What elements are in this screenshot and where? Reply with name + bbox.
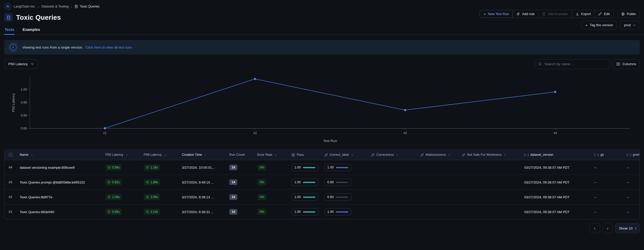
col-maliciousness[interactable]: Maliciousness↑↓ xyxy=(420,153,462,157)
tab-tests[interactable]: Tests xyxy=(4,26,15,35)
latency-chart-container: 0.850.900.951.00#1#2#3#4P50 LatencyTest … xyxy=(4,69,640,147)
plus-icon: + xyxy=(483,12,486,16)
run-name-link[interactable]: Toxic Queries:683e040 xyxy=(20,210,105,214)
col-correctness[interactable]: Correctness↑↓ xyxy=(371,153,420,157)
col-not-safe-for-workiness[interactable]: Not Safe For Workiness↑↓ xyxy=(462,153,524,157)
dataset-version-value: 03/27/2024, 09:38:07 AM PDT xyxy=(524,210,594,214)
latency-line-chart: 0.850.900.951.00#1#2#3#4P50 LatencyTest … xyxy=(4,69,640,147)
add-rule-button[interactable]: Add rule xyxy=(513,10,538,18)
link-icon xyxy=(420,153,424,157)
col-prompt[interactable]: {⋯}prompt xyxy=(627,153,640,157)
clock-icon xyxy=(146,210,149,213)
error-rate-badge: 0% xyxy=(257,209,266,215)
sort-desc-icon[interactable]: ↓ xyxy=(204,153,206,157)
clock-icon xyxy=(146,181,149,184)
chevron-right-icon: › xyxy=(71,5,72,9)
y-tick-label: 0.90 xyxy=(21,114,27,117)
public-button[interactable]: Public xyxy=(617,10,640,18)
dataset-icon xyxy=(4,13,13,22)
x-tick-label: #4 xyxy=(553,131,557,135)
sort-icon[interactable]: ↑↓ xyxy=(351,153,353,156)
col-p99-latency[interactable]: P99 Latency↑↓ xyxy=(144,153,182,157)
sort-icon[interactable]: ↑↓ xyxy=(275,153,276,156)
sort-icon[interactable]: ↑↓ xyxy=(164,153,166,156)
page-size-select[interactable]: Show 10 ▴▾ xyxy=(615,223,640,233)
search-input[interactable] xyxy=(544,62,607,66)
bolt-icon xyxy=(516,12,520,16)
breadcrumb-section[interactable]: Datasets & Testing xyxy=(41,5,68,8)
chart-point[interactable] xyxy=(554,91,556,93)
col-p50-latency[interactable]: P50 Latency↑↓ xyxy=(105,153,144,157)
run-number: #2 xyxy=(4,195,20,199)
col-git[interactable]: {⋯}git xyxy=(594,153,627,157)
select-all-checkbox[interactable] xyxy=(9,153,13,157)
correct-label-score: 0.93 xyxy=(324,193,351,201)
pass-score: 1.00 xyxy=(292,193,318,201)
new-test-run-button[interactable]: + New Test Run xyxy=(480,10,513,18)
git-value: -- xyxy=(594,210,627,214)
dataset-version-value: 03/27/2024, 09:38:07 AM PDT xyxy=(524,195,594,199)
col-creation-time[interactable]: Creation Time↓ xyxy=(182,153,229,157)
org-avatar[interactable] xyxy=(4,3,11,10)
pagination: ‹ › Show 10 ▴▾ xyxy=(4,223,640,233)
banner-link[interactable]: Click here to view all test runs xyxy=(86,45,132,49)
breadcrumb-org[interactable]: LangChain Inc. xyxy=(14,5,36,8)
sort-icon[interactable]: ↑↓ xyxy=(126,153,127,156)
metric-selector[interactable]: P50 Latency xyxy=(4,59,38,69)
columns-button[interactable]: Columns xyxy=(613,59,640,69)
link-icon xyxy=(371,153,375,157)
sort-icon[interactable]: ↑↓ xyxy=(396,153,398,156)
col-error-rate[interactable]: Error Rate↑↓ xyxy=(257,153,292,157)
run-name-link[interactable]: Toxic Queries prompt @8d80588e:b495152 xyxy=(20,180,105,184)
dataset-icon xyxy=(74,5,78,8)
add-example-button[interactable]: Add Example xyxy=(538,10,572,18)
col-pass[interactable]: Pass xyxy=(292,153,324,157)
p50-latency-badge: 0.99s xyxy=(105,164,122,171)
p50-latency-badge: 0.85s xyxy=(105,209,122,215)
dataset-version-value: 03/27/2024, 09:38:07 AM PDT xyxy=(524,180,594,184)
col-dataset-version[interactable]: {⋯}dataset_version xyxy=(524,153,594,157)
chart-point[interactable] xyxy=(404,109,406,111)
tag-version-button[interactable]: + Tag this version xyxy=(581,21,617,29)
git-value: -- xyxy=(594,166,627,170)
sort-icon[interactable]: ↑↓ xyxy=(448,153,450,156)
chart-point[interactable] xyxy=(104,127,106,129)
table-row[interactable]: #1 Toxic Queries:683e040 0.85s 2.14s 3/2… xyxy=(4,205,640,219)
next-page-button[interactable]: › xyxy=(602,223,613,233)
export-button[interactable]: Export xyxy=(572,10,595,18)
version-info-banner: i Viewing test runs from a single versio… xyxy=(4,40,640,55)
pass-score: 1.00 xyxy=(292,179,318,186)
sort-icon[interactable]: ↑↓ xyxy=(504,153,505,156)
tab-examples[interactable]: Examples xyxy=(22,26,41,35)
chart-controls: P50 Latency Columns xyxy=(4,59,640,69)
correct-label-score: 1.00 xyxy=(324,164,351,171)
x-tick-label: #3 xyxy=(403,131,407,135)
prev-page-button[interactable]: ‹ xyxy=(589,223,600,233)
table-row[interactable]: #3 Toxic Queries prompt @8d80588e:b49515… xyxy=(4,175,640,190)
clock-icon xyxy=(146,195,149,199)
breadcrumb-current: Toxic Queries xyxy=(74,5,100,8)
col-name[interactable]: Name↑↓ xyxy=(20,153,105,157)
run-name-link[interactable]: Toxic Queries:fb8f77e xyxy=(20,195,105,199)
run-number: #4 xyxy=(4,166,20,169)
edit-button[interactable]: Edit xyxy=(594,10,613,18)
run-count-badge: 14 xyxy=(229,209,237,215)
table-row[interactable]: #4 dataset versioning example:856cee9 0.… xyxy=(4,160,640,175)
run-name-link[interactable]: dataset versioning example:856cee9 xyxy=(20,166,105,170)
chart-point[interactable] xyxy=(254,78,256,80)
table-body: #4 dataset versioning example:856cee9 0.… xyxy=(4,160,640,219)
prompt-value: -- xyxy=(627,166,640,170)
page-title: Toxic Queries xyxy=(16,13,61,22)
col-correct-label[interactable]: Correct_label↑↓ xyxy=(324,153,371,157)
y-tick-label: 0.85 xyxy=(21,127,27,130)
p99-latency-badge: 1.16s xyxy=(144,164,160,171)
version-select[interactable]: prod xyxy=(620,21,640,29)
link-icon xyxy=(462,153,465,157)
prompt-value: -- xyxy=(627,195,640,199)
error-rate-badge: 0% xyxy=(257,164,266,171)
clock-icon xyxy=(107,166,110,169)
chevron-right-icon: › xyxy=(38,5,39,9)
sort-icon[interactable]: ↑↓ xyxy=(31,153,32,156)
table-row[interactable]: #2 Toxic Queries:fb8f77e 1.04s 2.05s 3/2… xyxy=(4,190,640,205)
col-run-count[interactable]: Run Count xyxy=(229,153,257,157)
